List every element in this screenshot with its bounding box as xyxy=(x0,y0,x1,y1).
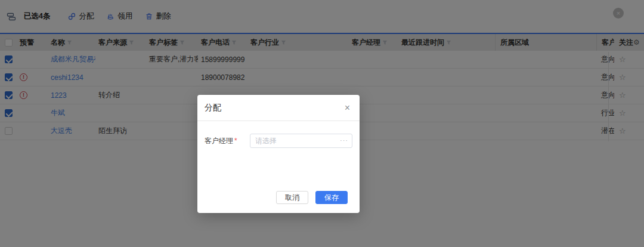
save-button[interactable]: 保存 xyxy=(315,191,348,204)
dialog-body: 客户经理* ··· xyxy=(197,121,360,148)
required-mark: * xyxy=(234,137,237,145)
cancel-button[interactable]: 取消 xyxy=(276,191,308,204)
dialog-header: 分配 × xyxy=(197,95,360,121)
manager-select[interactable]: ··· xyxy=(250,134,352,148)
dialog-footer: 取消 保存 xyxy=(276,191,348,204)
assign-dialog: 分配 × 客户经理* ··· 取消 保存 xyxy=(197,95,360,213)
manager-select-input[interactable] xyxy=(250,134,352,148)
dialog-title: 分配 xyxy=(205,103,221,113)
close-icon[interactable]: × xyxy=(345,103,350,113)
manager-field-label: 客户经理* xyxy=(205,136,250,146)
